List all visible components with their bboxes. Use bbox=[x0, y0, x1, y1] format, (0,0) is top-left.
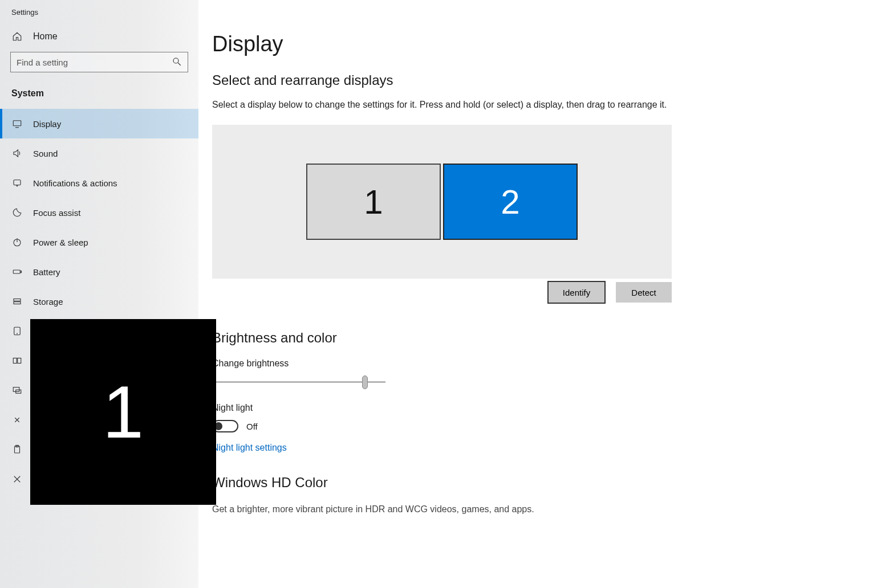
sidebar-item-storage[interactable]: Storage bbox=[0, 287, 198, 316]
focus-assist-icon bbox=[11, 207, 23, 218]
hdr-desc: Get a brighter, more vibrant picture in … bbox=[212, 503, 860, 516]
svg-line-1 bbox=[178, 63, 181, 66]
svg-rect-2 bbox=[13, 121, 21, 126]
main-content: Display Select and rearrange displays Se… bbox=[198, 0, 877, 588]
brightness-section: Brightness and color Change brightness N… bbox=[212, 330, 860, 516]
sidebar-item-label: Power & sleep bbox=[33, 238, 88, 247]
page-title: Display bbox=[212, 32, 860, 56]
tablet-icon bbox=[11, 326, 23, 336]
brightness-slider[interactable] bbox=[212, 375, 385, 389]
sidebar-item-focus-assist[interactable]: Focus assist bbox=[0, 198, 198, 227]
sidebar-item-label: Focus assist bbox=[33, 208, 80, 218]
sound-icon bbox=[11, 148, 23, 158]
identify-button[interactable]: Identify bbox=[549, 282, 604, 303]
monitor-tile-1[interactable]: 1 bbox=[306, 164, 441, 240]
monitor-tile-2[interactable]: 2 bbox=[443, 164, 578, 240]
sidebar-home[interactable]: Home bbox=[0, 24, 198, 48]
night-light-label: Night light bbox=[212, 403, 860, 413]
sidebar-item-label: Sound bbox=[33, 149, 58, 158]
home-icon bbox=[11, 31, 23, 42]
sidebar-item-label: Battery bbox=[33, 267, 60, 277]
sidebar-item-label: Notifications & actions bbox=[33, 178, 117, 188]
sidebar-category: System bbox=[0, 83, 198, 109]
night-light-state: Off bbox=[246, 422, 258, 431]
sidebar-item-label: Storage bbox=[33, 297, 63, 307]
sidebar-item-sound[interactable]: Sound bbox=[0, 138, 198, 168]
sidebar-item-power-sleep[interactable]: Power & sleep bbox=[0, 227, 198, 257]
battery-icon bbox=[11, 267, 23, 277]
project-icon bbox=[11, 385, 23, 395]
svg-rect-15 bbox=[13, 387, 19, 392]
svg-rect-14 bbox=[18, 358, 21, 364]
night-light-settings-link[interactable]: Night light settings bbox=[212, 443, 287, 453]
search-icon bbox=[172, 56, 182, 68]
svg-point-12 bbox=[17, 333, 18, 334]
search-input[interactable] bbox=[17, 58, 172, 67]
detect-button[interactable]: Detect bbox=[616, 282, 672, 303]
shared-icon bbox=[11, 415, 23, 425]
svg-rect-7 bbox=[13, 270, 20, 273]
display-arrange-area[interactable]: 1 2 bbox=[212, 125, 672, 279]
sidebar-item-display[interactable]: Display bbox=[0, 109, 198, 138]
svg-rect-10 bbox=[14, 302, 21, 304]
slider-thumb[interactable] bbox=[362, 375, 368, 389]
sidebar-item-notifications[interactable]: Notifications & actions bbox=[0, 168, 198, 198]
storage-icon bbox=[11, 296, 23, 307]
brightness-title: Brightness and color bbox=[212, 330, 860, 346]
clipboard-icon bbox=[11, 444, 23, 455]
search-box[interactable] bbox=[10, 52, 188, 72]
slider-track bbox=[212, 381, 385, 383]
sidebar-item-battery[interactable]: Battery bbox=[0, 257, 198, 287]
sidebar-home-label: Home bbox=[33, 31, 58, 42]
multitask-icon bbox=[11, 356, 23, 366]
svg-rect-4 bbox=[14, 180, 21, 185]
notifications-icon bbox=[11, 178, 23, 188]
hdr-title: Windows HD Color bbox=[212, 475, 860, 491]
remote-icon bbox=[11, 474, 23, 484]
identify-overlay: 1 bbox=[30, 319, 216, 505]
svg-point-0 bbox=[173, 58, 178, 63]
identify-overlay-number: 1 bbox=[103, 369, 144, 455]
display-icon bbox=[11, 119, 23, 129]
sidebar-item-label: Display bbox=[33, 119, 61, 129]
svg-rect-8 bbox=[21, 271, 22, 273]
arrange-title: Select and rearrange displays bbox=[212, 72, 860, 88]
arrange-desc: Select a display below to change the set… bbox=[212, 100, 860, 110]
change-brightness-label: Change brightness bbox=[212, 358, 860, 369]
svg-rect-13 bbox=[13, 358, 17, 364]
svg-rect-9 bbox=[14, 299, 21, 301]
window-title: Settings bbox=[0, 5, 198, 24]
power-icon bbox=[11, 237, 23, 247]
